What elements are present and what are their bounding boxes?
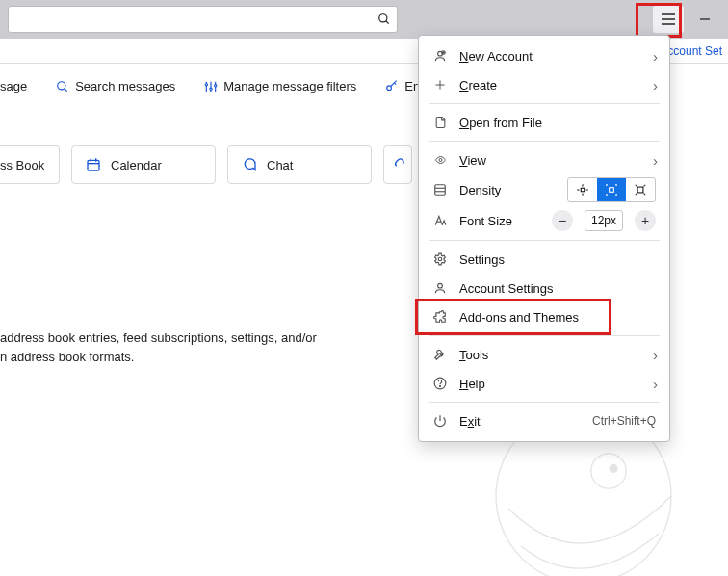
wrench-icon xyxy=(432,347,448,362)
description-line1: address book entries, feed subscriptions… xyxy=(0,328,381,348)
svg-point-11 xyxy=(210,88,212,90)
menu-open-file[interactable]: Open from File xyxy=(419,108,669,137)
font-size-value: 12px xyxy=(585,210,623,231)
menu-tools[interactable]: Tools xyxy=(419,340,669,369)
menu-view[interactable]: View xyxy=(419,145,669,174)
svg-point-13 xyxy=(215,84,217,86)
menu-density-label: Density xyxy=(459,183,501,197)
gear-icon xyxy=(432,251,448,267)
sliders-icon xyxy=(204,80,218,93)
power-icon xyxy=(432,413,448,429)
svg-point-6 xyxy=(58,81,65,89)
menu-tools-label: Tools xyxy=(459,348,656,362)
key-icon xyxy=(385,80,399,93)
global-search-input[interactable] xyxy=(14,13,377,27)
card-calendar[interactable]: Calendar xyxy=(71,145,216,184)
svg-rect-34 xyxy=(581,188,585,192)
menu-exit-shortcut: Ctrl+Shift+Q xyxy=(592,414,656,428)
chat-icon xyxy=(242,157,257,172)
eye-icon xyxy=(432,152,448,168)
font-decrease-button[interactable]: − xyxy=(552,210,573,231)
menu-create[interactable]: Create xyxy=(419,70,669,99)
search-icon xyxy=(377,13,391,26)
svg-point-30 xyxy=(439,159,442,162)
calendar-icon xyxy=(86,157,101,172)
new-account-icon xyxy=(432,48,448,64)
puzzle-icon xyxy=(432,309,448,325)
search-icon xyxy=(56,80,69,93)
card-chat[interactable]: Chat xyxy=(227,145,372,184)
menu-exit[interactable]: Exit Ctrl+Shift+Q xyxy=(419,406,669,435)
action-search-messages[interactable]: Search messages xyxy=(56,79,175,93)
menu-separator xyxy=(429,141,660,142)
menu-settings[interactable]: Settings xyxy=(419,245,669,274)
menu-separator xyxy=(429,103,660,104)
svg-point-14 xyxy=(387,85,392,90)
svg-line-1 xyxy=(386,21,389,24)
svg-rect-39 xyxy=(610,188,614,193)
menu-settings-label: Settings xyxy=(459,252,656,267)
menu-help-label: Help xyxy=(459,377,656,391)
highlight-hamburger xyxy=(636,3,682,38)
card-calendar-label: Calendar xyxy=(111,158,162,172)
svg-rect-31 xyxy=(435,185,446,196)
density-relaxed-button[interactable] xyxy=(626,178,655,201)
menu-exit-label: Exit xyxy=(459,414,581,429)
action-manage-filters[interactable]: Manage message filters xyxy=(204,79,356,93)
card-address-book[interactable]: ss Book xyxy=(0,145,60,184)
menu-new-account[interactable]: New Account xyxy=(419,41,669,70)
file-icon xyxy=(432,115,448,130)
action-filters-label: Manage message filters xyxy=(223,79,356,93)
global-search[interactable] xyxy=(8,6,398,33)
density-default-button[interactable] xyxy=(597,178,626,201)
action-message-label: sage xyxy=(0,79,27,93)
svg-point-45 xyxy=(440,385,441,386)
svg-line-7 xyxy=(65,88,67,91)
account-icon xyxy=(432,280,448,296)
svg-point-43 xyxy=(438,283,443,288)
density-compact-button[interactable] xyxy=(568,178,597,201)
menu-create-label: Create xyxy=(459,78,656,92)
font-increase-button[interactable]: + xyxy=(635,210,656,231)
action-message[interactable]: sage xyxy=(0,79,27,93)
menu-font-size: Font Size − 12px + xyxy=(419,205,669,236)
titlebar xyxy=(0,0,728,39)
density-toggle xyxy=(567,177,656,202)
menu-addons-label: Add-ons and Themes xyxy=(459,310,656,325)
svg-point-42 xyxy=(438,257,442,261)
menu-separator xyxy=(429,335,660,336)
menu-separator xyxy=(429,240,660,241)
svg-point-9 xyxy=(205,83,207,85)
description-line2: n address book formats. xyxy=(0,348,381,367)
svg-point-23 xyxy=(610,465,617,473)
card-address-book-label: ss Book xyxy=(0,158,44,172)
svg-line-16 xyxy=(395,82,397,84)
link-icon xyxy=(390,157,405,172)
menu-addons[interactable]: Add-ons and Themes xyxy=(419,302,669,331)
help-icon xyxy=(432,376,448,391)
card-link[interactable] xyxy=(383,145,412,184)
menu-new-account-label: New Account xyxy=(459,49,656,64)
menu-separator xyxy=(429,402,660,403)
menu-account-settings-label: Account Settings xyxy=(459,281,656,296)
menu-account-settings[interactable]: Account Settings xyxy=(419,274,669,302)
minimize-icon xyxy=(699,13,711,25)
svg-rect-40 xyxy=(637,187,643,193)
action-search-label: Search messages xyxy=(75,79,175,93)
window-minimize-button[interactable] xyxy=(689,6,720,33)
card-chat-label: Chat xyxy=(267,158,293,172)
menu-density: Density xyxy=(419,174,669,205)
menu-font-label: Font Size xyxy=(459,214,512,228)
app-menu: New Account Create Open from File View D… xyxy=(418,35,670,442)
menu-open-file-label: Open from File xyxy=(459,116,656,130)
plus-icon xyxy=(432,77,448,92)
svg-line-15 xyxy=(391,80,397,86)
svg-point-22 xyxy=(591,454,626,488)
svg-point-0 xyxy=(379,14,387,22)
density-icon xyxy=(432,182,448,197)
menu-view-label: View xyxy=(459,153,656,168)
svg-rect-17 xyxy=(88,160,99,170)
font-icon xyxy=(432,213,448,228)
menu-help[interactable]: Help xyxy=(419,369,669,398)
